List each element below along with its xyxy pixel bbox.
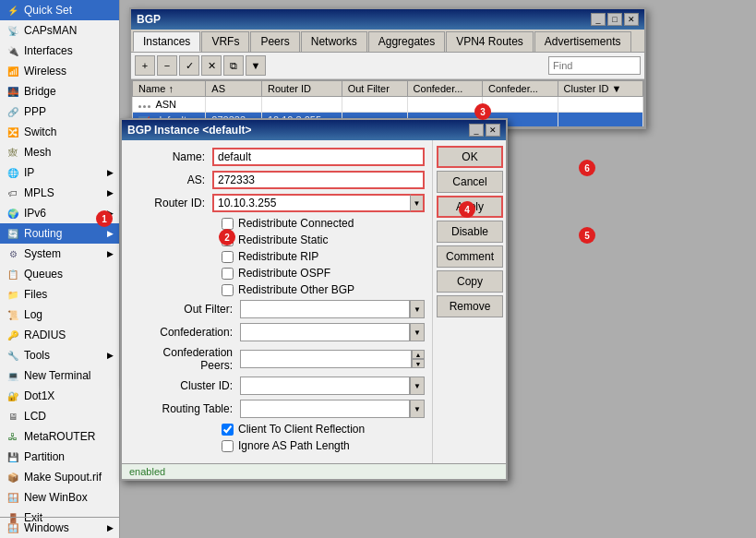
col-confeder2[interactable]: Confeder... <box>483 81 558 97</box>
confederation-input[interactable] <box>240 323 410 341</box>
stepper-down-button[interactable]: ▼ <box>412 359 425 368</box>
col-as[interactable]: AS <box>206 81 262 97</box>
as-input[interactable] <box>212 171 425 189</box>
row-name: ASN <box>133 97 206 113</box>
cluster-id-input[interactable] <box>240 377 410 395</box>
sidebar-item-label: MetaROUTER <box>24 430 114 443</box>
mpls-arrow: ▶ <box>107 188 114 197</box>
cluster-id-dropdown-button[interactable]: ▼ <box>410 377 425 395</box>
col-cluster-id[interactable]: Cluster ID ▼ <box>558 81 643 97</box>
sidebar-item-mesh[interactable]: 🕸 Mesh <box>0 142 119 162</box>
filter-button[interactable]: ▼ <box>246 55 266 76</box>
redistribute-rip-checkbox[interactable] <box>222 251 234 263</box>
remove-button[interactable]: − <box>157 55 177 76</box>
sidebar-item-quickset[interactable]: ⚡ Quick Set <box>0 0 119 20</box>
enable-button[interactable]: ✓ <box>179 55 199 76</box>
sidebar-item-radius[interactable]: 🔑 RADIUS <box>0 325 119 345</box>
sidebar-item-ip[interactable]: 🌐 IP ▶ <box>0 162 119 183</box>
as-row: AS: <box>129 171 425 189</box>
sidebar-item-bridge[interactable]: 🌉 Bridge <box>0 81 119 102</box>
apply-button[interactable]: Apply <box>437 196 503 218</box>
bgp-window: BGP _ □ ✕ Instances VRFs Peers Networks … <box>129 7 646 129</box>
router-id-input[interactable] <box>212 194 410 212</box>
client-reflection-checkbox[interactable] <box>222 424 234 436</box>
sidebar-item-routing[interactable]: 🔄 Routing ▶ <box>0 223 119 244</box>
tab-peers[interactable]: Peers <box>250 31 299 52</box>
router-id-dropdown-button[interactable]: ▼ <box>410 194 425 212</box>
ip-icon: 🌐 <box>6 165 20 180</box>
bgp-window-controls: _ □ ✕ <box>591 13 639 26</box>
tab-vpn4routes[interactable]: VPN4 Routes <box>446 31 534 52</box>
sidebar-item-label: Wireless <box>24 65 114 78</box>
col-router-id[interactable]: Router ID <box>261 81 342 97</box>
sidebar-item-wireless[interactable]: 📶 Wireless <box>0 61 119 81</box>
dialog-form: Name: AS: Router ID: ▼ Redistribute Conn… <box>122 140 432 463</box>
ipv6-arrow: ▶ <box>107 209 114 218</box>
search-input[interactable] <box>548 56 641 75</box>
col-name[interactable]: Name ↑ <box>133 81 206 97</box>
row-router-id <box>261 97 342 113</box>
remove-button[interactable]: Remove <box>437 295 503 317</box>
tab-instances[interactable]: Instances <box>133 31 200 52</box>
sidebar-item-metarouter[interactable]: 🖧 MetaROUTER <box>0 426 119 447</box>
routing-table-dropdown-button[interactable]: ▼ <box>410 400 425 418</box>
sidebar-item-label: Partition <box>24 450 114 463</box>
col-out-filter[interactable]: Out Filter <box>342 81 407 97</box>
sidebar-item-ipv6[interactable]: 🌍 IPv6 ▶ <box>0 203 119 223</box>
confederation-peers-input[interactable] <box>240 350 412 368</box>
cancel-button[interactable]: Cancel <box>437 171 503 193</box>
disable-button[interactable]: ✕ <box>201 55 222 76</box>
sidebar-item-windows[interactable]: 🪟 Windows ▶ <box>0 518 119 538</box>
stepper-up-button[interactable]: ▲ <box>412 350 425 359</box>
out-filter-input[interactable] <box>240 300 410 318</box>
redistribute-ospf-checkbox[interactable] <box>222 268 234 280</box>
sidebar-item-files[interactable]: 📁 Files <box>0 284 119 305</box>
ip-arrow: ▶ <box>107 168 114 177</box>
routing-table-input[interactable] <box>240 400 410 418</box>
confederation-label: Confederation: <box>129 326 240 339</box>
sidebar-item-makesupout[interactable]: 📦 Make Supout.rif <box>0 467 119 487</box>
copy-button[interactable]: Copy <box>437 270 503 293</box>
dialog-minimize-button[interactable]: _ <box>469 124 484 137</box>
tab-vrfs[interactable]: VRFs <box>201 31 249 52</box>
tab-advertisements[interactable]: Advertisements <box>534 31 631 52</box>
sidebar-item-newterminal[interactable]: 💻 New Terminal <box>0 365 119 386</box>
add-button[interactable]: + <box>135 55 155 76</box>
comment-button[interactable]: Comment <box>437 245 503 268</box>
row-confeder2 <box>483 97 558 113</box>
redistribute-other-bgp-checkbox[interactable] <box>222 284 234 296</box>
router-id-wrap: ▼ <box>212 194 425 212</box>
sidebar-item-capsman[interactable]: 📡 CAPsMAN <box>0 20 119 41</box>
sidebar-item-queues[interactable]: 📋 Queues <box>0 264 119 284</box>
name-input[interactable] <box>212 148 425 166</box>
sidebar-item-interfaces[interactable]: 🔌 Interfaces <box>0 41 119 61</box>
maximize-button[interactable]: □ <box>607 13 622 26</box>
col-confeder1[interactable]: Confeder... <box>407 81 482 97</box>
sidebar-item-label: System <box>24 247 105 260</box>
tab-aggregates[interactable]: Aggregates <box>368 31 445 52</box>
sidebar-item-log[interactable]: 📜 Log <box>0 305 119 325</box>
redistribute-rip-label: Redistribute RIP <box>238 250 318 263</box>
sidebar-item-mpls[interactable]: 🏷 MPLS ▶ <box>0 183 119 203</box>
dialog-close-button[interactable]: ✕ <box>486 124 500 137</box>
sidebar-item-dot1x[interactable]: 🔐 Dot1X <box>0 386 119 406</box>
close-button[interactable]: ✕ <box>624 13 639 26</box>
ok-button[interactable]: OK <box>437 146 503 168</box>
sidebar-item-partition[interactable]: 💾 Partition <box>0 447 119 467</box>
redistribute-connected-checkbox[interactable] <box>222 218 234 230</box>
sidebar-item-tools[interactable]: 🔧 Tools ▶ <box>0 345 119 365</box>
copy-button[interactable]: ⧉ <box>223 55 244 76</box>
tab-networks[interactable]: Networks <box>301 31 367 52</box>
redistribute-static-checkbox[interactable] <box>222 234 234 246</box>
sidebar-item-ppp[interactable]: 🔗 PPP <box>0 102 119 122</box>
sidebar-item-system[interactable]: ⚙ System ▶ <box>0 244 119 264</box>
confederation-dropdown-button[interactable]: ▼ <box>410 323 425 341</box>
sidebar-item-newwinbox[interactable]: 🪟 New WinBox <box>0 487 119 508</box>
ignore-as-path-checkbox[interactable] <box>222 440 234 452</box>
out-filter-dropdown-button[interactable]: ▼ <box>410 300 425 318</box>
sidebar-item-switch[interactable]: 🔀 Switch <box>0 122 119 142</box>
minimize-button[interactable]: _ <box>591 13 606 26</box>
disable-button[interactable]: Disable <box>437 221 503 243</box>
sidebar-item-lcd[interactable]: 🖥 LCD <box>0 406 119 426</box>
table-row[interactable]: ASN <box>133 97 643 113</box>
